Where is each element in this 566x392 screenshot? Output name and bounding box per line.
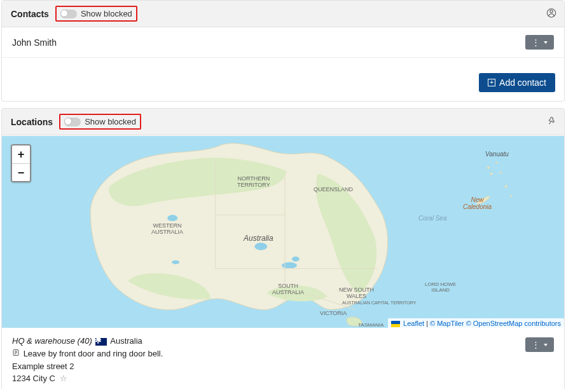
toggle-track[interactable] [64,118,81,126]
map-render [2,135,564,328]
location-info: HQ & warehouse (40) Australia Leave by f… [12,335,525,385]
location-street: Example street 2 [12,360,525,373]
location-note: Leave by front door and ring door bell. [24,349,163,358]
locations-show-blocked-toggle[interactable]: Show blocked [59,114,141,130]
kebab-icon: ⋮ [532,340,540,349]
australia-flag-icon [95,338,107,346]
locations-title: Locations [11,117,53,127]
svg-point-20 [510,195,512,197]
favorite-star-icon[interactable]: ☆ [60,372,67,385]
maptiler-link[interactable]: © MapTiler [430,320,464,327]
zoom-controls: + − [11,144,31,182]
contacts-panel: Contacts Show blocked John Smith ⋮ + Add… [1,0,565,102]
svg-point-4 [167,215,177,221]
locations-toggle-label: Show blocked [85,117,136,126]
svg-line-2 [549,122,551,124]
contact-actions-button[interactable]: ⋮ [525,35,554,50]
zoom-in-button[interactable]: + [12,145,30,163]
toggle-track[interactable] [60,10,77,18]
add-contact-button[interactable]: + Add contact [479,73,555,92]
location-title: HQ & warehouse (40) [12,336,92,346]
toggle-thumb [60,10,68,17]
contacts-show-blocked-toggle[interactable]: Show blocked [55,6,137,22]
caret-down-icon [544,344,548,346]
leaflet-link[interactable]: Leaflet [403,320,424,327]
locations-panel: Locations Show blocked [1,108,565,389]
location-city: 1234 City C [12,374,55,383]
note-icon [12,348,20,360]
svg-point-6 [282,262,297,269]
contacts-toggle-label: Show blocked [81,9,132,18]
add-contact-label: Add contact [499,78,546,88]
location-country: Australia [110,336,142,346]
profile-icon[interactable] [546,8,556,20]
toggle-thumb [64,118,72,125]
location-city-line: 1234 City C ☆ [12,372,525,385]
locations-header: Locations Show blocked [2,109,564,135]
contacts-footer: + Add contact [2,58,564,101]
caret-down-icon [544,41,548,44]
contact-name: John Smith [12,37,525,48]
contacts-title: Contacts [11,9,49,19]
location-title-line: HQ & warehouse (40) Australia [12,335,525,348]
ukraine-flag-icon [391,321,400,327]
location-note-line: Leave by front door and ring door bell. [12,348,525,360]
location-row: HQ & warehouse (40) Australia Leave by f… [2,328,564,389]
contacts-header: Contacts Show blocked [2,1,564,27]
map[interactable]: Australia WESTERN AUSTRALIA NORTHERN TER… [2,135,564,328]
map-attribution: Leaflet | © MapTiler © OpenStreetMap con… [388,318,564,328]
svg-point-19 [505,185,507,187]
kebab-icon: ⋮ [532,37,540,47]
location-actions-button[interactable]: ⋮ [525,337,554,352]
svg-point-5 [254,243,267,250]
svg-point-8 [172,260,179,264]
svg-point-18 [500,172,502,173]
zoom-out-button[interactable]: − [12,163,30,181]
svg-point-15 [487,166,490,169]
svg-point-7 [292,257,300,262]
osm-link[interactable]: © OpenStreetMap contributors [466,320,561,327]
pin-icon[interactable] [548,116,556,127]
svg-point-0 [550,10,553,12]
plus-icon: + [488,79,495,86]
svg-point-16 [490,173,493,175]
contact-row: John Smith ⋮ [2,27,564,58]
svg-point-17 [495,161,497,163]
